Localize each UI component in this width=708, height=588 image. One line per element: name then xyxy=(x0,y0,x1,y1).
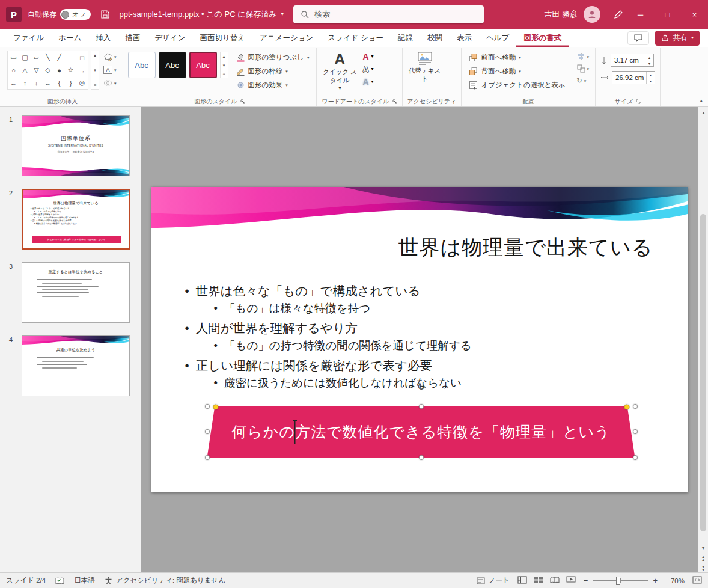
width-value[interactable]: 26.92 cm xyxy=(612,72,646,84)
resize-handle[interactable] xyxy=(205,429,210,434)
thumbnail-slide-1[interactable]: 1 国際単位系 SYSTÈME INTERNATIONAL D'UNITÈS 北… xyxy=(0,115,141,176)
resize-handle[interactable] xyxy=(633,429,638,434)
shape-outline-button[interactable]: 図形の枠線 ▾ xyxy=(234,65,312,78)
tab-transitions[interactable]: 画面切り替え xyxy=(192,29,252,47)
shape-fill-button[interactable]: 図形の塗りつぶし ▾ xyxy=(234,51,312,64)
alt-text-button[interactable]: 代替テキスト xyxy=(407,52,442,84)
autosave-pill[interactable]: オフ xyxy=(60,9,91,20)
shape-style-preview-3-selected[interactable]: Abc xyxy=(189,52,217,78)
shape-icon[interactable]: ○ xyxy=(8,64,19,76)
fit-to-window-button[interactable] xyxy=(692,576,702,585)
search-input[interactable]: 検索 xyxy=(293,5,484,23)
scroll-down-icon[interactable]: ▾ xyxy=(698,545,708,551)
scroll-down-icon[interactable]: ▾ xyxy=(223,63,225,68)
resize-handle[interactable] xyxy=(419,455,424,460)
accessibility-status[interactable]: アクセシビリティ: 問題ありません xyxy=(105,576,225,585)
shape-icon[interactable]: } xyxy=(65,76,76,89)
save-button[interactable] xyxy=(97,6,114,23)
shape-icon[interactable]: ▱ xyxy=(31,51,42,64)
shape-icon[interactable]: ◎ xyxy=(76,76,88,89)
height-stepper[interactable]: ▴▾ xyxy=(645,54,653,66)
scroll-up-icon[interactable]: ▴ xyxy=(698,108,708,117)
slide-canvas[interactable]: 世界は物理量で出来ている •世界は色々な「もの」で構成されている •「もの」は様… xyxy=(141,107,698,572)
text-fill-button[interactable]: A ▾ xyxy=(361,51,375,63)
align-button[interactable]: ▾ xyxy=(576,51,591,62)
close-button[interactable]: × xyxy=(681,0,708,29)
dialog-launcher-icon[interactable] xyxy=(240,99,245,104)
text-box-button[interactable]: A ▾ xyxy=(102,64,118,75)
selection-pane-button[interactable]: オブジェクトの選択と表示 xyxy=(466,79,567,91)
notes-button[interactable]: ノート xyxy=(477,576,510,585)
zoom-level[interactable]: 70% xyxy=(665,577,685,584)
tab-insert[interactable]: 挿入 xyxy=(88,29,118,47)
slide-title[interactable]: 世界は物理量で出来ている xyxy=(398,234,653,262)
next-slide-button[interactable]: ▾▾ xyxy=(702,565,704,571)
document-title[interactable]: ppt-sample1-temp.pptx • この PC に保存済み ▾ xyxy=(120,9,284,20)
style-gallery-scroll[interactable]: ▴ ▾ ≡ xyxy=(220,52,228,78)
edit-shape-button[interactable]: ▾ xyxy=(102,51,118,62)
shape-gallery-scroll[interactable]: ▴ ▾ ≡ xyxy=(91,51,99,90)
group-objects-button[interactable]: ▾ xyxy=(576,63,591,74)
tab-view[interactable]: 表示 xyxy=(450,29,479,47)
dialog-launcher-icon[interactable] xyxy=(392,99,397,104)
vertical-scrollbar[interactable]: ▴ ▾ ▴▴ ▾▾ xyxy=(698,107,708,572)
resize-handle[interactable] xyxy=(633,455,638,460)
resize-handle[interactable] xyxy=(205,455,210,460)
scroll-up-icon[interactable]: ▴ xyxy=(223,54,225,59)
width-stepper[interactable]: ▴▾ xyxy=(646,72,655,84)
user-name[interactable]: 吉田 勝彦 xyxy=(544,9,578,20)
merge-shapes-button[interactable]: ▾ xyxy=(102,78,118,88)
shape-height-input[interactable]: 3.17 cm ▴▾ xyxy=(611,54,654,67)
previous-slide-button[interactable]: ▴▴ xyxy=(702,555,704,561)
shape-icon[interactable]: ↑ xyxy=(19,76,31,89)
tab-home[interactable]: ホーム xyxy=(51,29,88,47)
rotate-objects-button[interactable]: ↻ ▾ xyxy=(576,75,591,86)
scroll-up-icon[interactable]: ▴ xyxy=(94,53,96,58)
rotate-handle[interactable]: ↻ xyxy=(417,381,425,393)
powerpoint-logo-icon[interactable]: P xyxy=(6,7,22,22)
thumbnail-slide-3[interactable]: 3 測定するとは単位を決めること xyxy=(0,262,141,323)
scrollbar-thumb[interactable] xyxy=(700,214,706,531)
shape-icon[interactable]: ▢ xyxy=(19,51,31,64)
tab-review[interactable]: 校閲 xyxy=(420,29,450,47)
selected-shape-callout[interactable]: 何らかの方法で数値化できる特徴を「物理量」という xyxy=(207,406,635,458)
zoom-in-button[interactable]: + xyxy=(653,576,658,585)
text-effects-button[interactable]: A ▾ xyxy=(361,76,375,88)
thumbnail-slide-2-selected[interactable]: 2 世界は物理量で出来ている •世界は色々な「もの」で構成されている •「もの」… xyxy=(0,189,141,250)
spellcheck-button[interactable] xyxy=(55,577,64,584)
shape-icon[interactable]: ╲ xyxy=(42,51,53,64)
resize-handle[interactable] xyxy=(205,404,210,409)
shape-icon[interactable]: ◇ xyxy=(42,64,53,76)
gallery-more-icon[interactable]: ≡ xyxy=(94,83,96,87)
shape-icon[interactable]: ▽ xyxy=(31,64,42,76)
language-button[interactable]: 日本語 xyxy=(74,576,95,585)
gallery-more-icon[interactable]: ≡ xyxy=(222,72,225,76)
scroll-down-icon[interactable]: ▾ xyxy=(94,68,96,73)
slide-editor[interactable]: 世界は物理量で出来ている •世界は色々な「もの」で構成されている •「もの」は様… xyxy=(151,187,688,492)
normal-view-button[interactable] xyxy=(517,576,527,585)
quick-styles-button[interactable]: A クイック スタイル ▾ xyxy=(322,51,358,91)
zoom-slider-thumb[interactable] xyxy=(616,577,620,585)
shape-icon[interactable]: → xyxy=(76,64,88,76)
shape-icon[interactable]: ▭ xyxy=(8,51,19,64)
ink-pen-button[interactable] xyxy=(610,6,627,23)
shape-icon[interactable]: ╱ xyxy=(53,51,65,64)
tab-record[interactable]: 記録 xyxy=(391,29,420,47)
zoom-slider[interactable] xyxy=(593,580,648,581)
collapse-ribbon-icon[interactable]: ▴ xyxy=(700,97,703,103)
shape-style-preview-1[interactable]: Abc xyxy=(128,52,156,78)
shape-style-preview-2[interactable]: Abc xyxy=(159,52,186,78)
shape-icon[interactable]: ● xyxy=(53,64,65,76)
tab-file[interactable]: ファイル xyxy=(6,29,51,47)
dialog-launcher-icon[interactable] xyxy=(636,99,641,104)
share-button[interactable]: 共有 ▾ xyxy=(655,31,700,46)
shape-icon[interactable]: △ xyxy=(19,64,31,76)
shape-icon[interactable]: ☆ xyxy=(65,64,76,76)
minimize-button[interactable]: ─ xyxy=(627,0,654,29)
reading-view-button[interactable] xyxy=(550,576,560,585)
send-backward-button[interactable]: 背面へ移動 ▾ xyxy=(466,65,567,78)
shape-icon[interactable]: ─ xyxy=(65,51,76,64)
resize-handle[interactable] xyxy=(419,404,424,409)
tab-slideshow[interactable]: スライド ショー xyxy=(320,29,391,47)
shape-effects-button[interactable]: 図形の効果 ▾ xyxy=(234,79,312,91)
